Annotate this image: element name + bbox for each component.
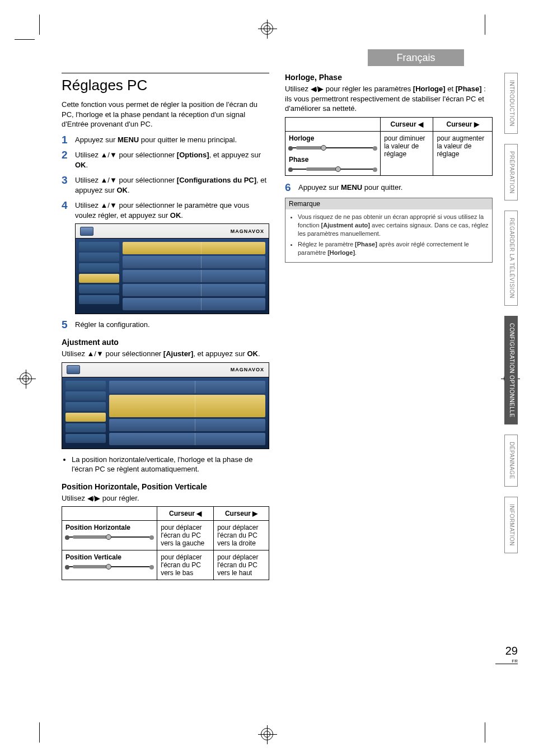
horloge-table: Curseur ◀ Curseur ▶ Horloge Phase (285, 117, 493, 176)
position-table: Curseur ◀ Curseur ▶ Position Horizontale… (62, 506, 269, 580)
row-horloge: Horloge Phase (285, 131, 381, 175)
horloge-heading: Horloge, Phase (285, 73, 493, 82)
position-heading: Position Horizontale, Position Verticale (62, 482, 269, 491)
bullet-item: La position horizontale/verticale, l'hor… (72, 455, 269, 474)
crop-mark (485, 722, 485, 743)
osd-screenshot-2: MAGNAVOX (62, 362, 269, 449)
remarque-title: Remarque (285, 198, 492, 209)
step-text: Utilisez ▲/▼ pour sélectionner [Options]… (75, 151, 261, 169)
tab-regarder: REGARDER LA TÉLÉVISION (504, 211, 518, 306)
language-tab: Français (368, 49, 464, 66)
crop-mark (39, 15, 40, 35)
row-vertical: Position Verticale (62, 550, 157, 580)
tab-configuration: CONFIGURATION OPTIONNELLE (504, 316, 518, 424)
step-6: 6 Appuyez sur MENU pour quitter. (285, 183, 493, 193)
remarque-box: Remarque Vous risquez de ne pas obtenir … (285, 198, 493, 263)
cell-value: pour déplacer l'écran du PC vers la gauc… (157, 521, 214, 550)
brand-label: MAGNAVOX (231, 367, 264, 372)
step-text: Régler la configuration. (75, 320, 150, 329)
page-number: 29 FR (495, 645, 518, 664)
ajustment-heading: Ajustment auto (62, 338, 269, 347)
tab-preparation: PRÉPARATION (504, 144, 518, 201)
brand-label: MAGNAVOX (231, 228, 264, 235)
slider-icon (289, 166, 377, 172)
step-text: Utilisez ▲/▼ pour sélectionner le paramè… (75, 201, 249, 220)
col-cursor-right: Curseur ▶ (433, 117, 493, 131)
col-cursor-left: Curseur ◀ (157, 507, 214, 521)
intro-text: Cette fonction vous permet de régler la … (62, 100, 269, 129)
step-text: Appuyez sur MENU pour quitter le menu pr… (75, 136, 237, 144)
step-5: 5 Régler la configuration. (62, 320, 269, 330)
row-horizontal: Position Horizontale (62, 521, 157, 550)
step-text: Utilisez ▲/▼ pour sélectionner [Configur… (75, 176, 266, 194)
position-text: Utilisez ◀/▶ pour régler. (62, 493, 269, 503)
col-cursor-right: Curseur ▶ (214, 507, 269, 521)
registration-mark (20, 372, 32, 385)
tab-depannage: DÉPANNAGE (504, 435, 518, 487)
cell-value: pour déplacer l'écran du PC vers la droi… (214, 521, 269, 550)
cell-value: pour diminuer la valeur de réglage (381, 131, 433, 175)
horloge-text: Utilisez ◀/▶ pour régler les paramètres … (285, 84, 493, 114)
slider-icon (65, 534, 153, 540)
tv-icon (67, 365, 80, 374)
crop-mark (39, 722, 40, 743)
step-4: 4 Utilisez ▲/▼ pour sélectionner le para… (62, 200, 269, 314)
step-2: 2 Utilisez ▲/▼ pour sélectionner [Option… (62, 150, 269, 170)
tab-information: INFORMATION (504, 497, 518, 553)
registration-mark (261, 728, 273, 740)
col-cursor-left: Curseur ◀ (381, 117, 433, 131)
slider-icon (65, 563, 153, 570)
page-title: Réglages PC (62, 73, 269, 94)
osd-screenshot-1: MAGNAVOX (75, 223, 269, 314)
remarque-item: Réglez le paramètre [Phase] après avoir … (298, 240, 489, 257)
ajustment-bullet: La position horizontale/verticale, l'hor… (62, 455, 269, 474)
tv-icon (80, 227, 93, 236)
slider-icon (289, 144, 377, 151)
step-1: 1 Appuyez sur MENU pour quitter le menu … (62, 135, 269, 145)
ajustment-text: Utilisez ▲/▼ pour sélectionner [Ajuster]… (62, 349, 269, 359)
crop-mark (485, 15, 485, 35)
remarque-item: Vous risquez de ne pas obtenir un écran … (298, 213, 489, 238)
crop-mark (15, 39, 35, 40)
registration-mark (261, 22, 273, 35)
cell-value: pour déplacer l'écran du PC vers le bas (157, 550, 214, 580)
cell-value: pour augmenter la valeur de réglage (433, 131, 493, 175)
tab-introduction: INTRODUCTION (504, 73, 518, 134)
cell-value: pour déplacer l'écran du PC vers le haut (214, 550, 269, 580)
step-3: 3 Utilisez ▲/▼ pour sélectionner [Config… (62, 175, 269, 195)
section-tabs: INTRODUCTION PRÉPARATION REGARDER LA TÉL… (504, 73, 518, 553)
step-text: Appuyez sur MENU pour quitter. (298, 183, 402, 192)
